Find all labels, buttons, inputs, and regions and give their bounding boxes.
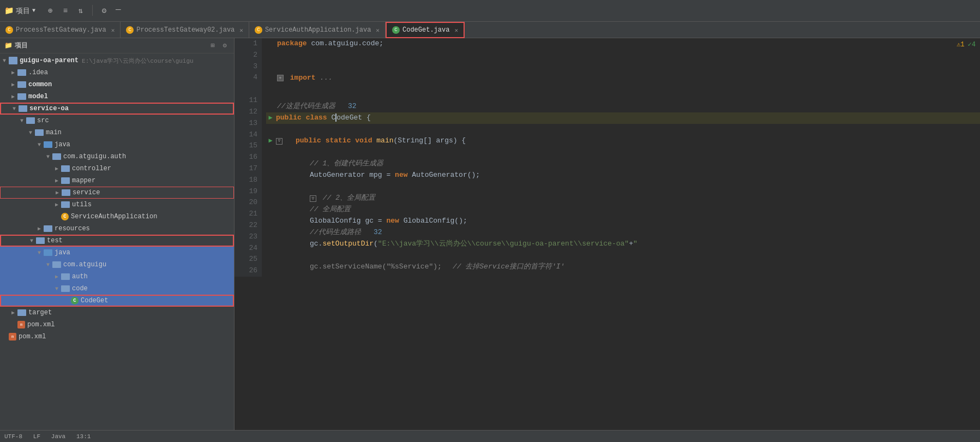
- folder-icon-service: [62, 189, 70, 196]
- tab-code-get[interactable]: C CodeGet.java ✕: [386, 22, 465, 38]
- arrow-common: ▶: [9, 81, 17, 88]
- tree-item-java-test[interactable]: ▼ java: [0, 247, 234, 259]
- gutter-21: [266, 206, 276, 214]
- folder-icon-service-oa: [19, 105, 27, 112]
- tree-item-com-atguigu[interactable]: ▼ com.atguigu: [0, 259, 234, 271]
- tab-process-test-gateway02[interactable]: C ProcessTestGateway02.java ✕: [121, 22, 249, 38]
- tree-item-model[interactable]: ▶ model: [0, 91, 234, 103]
- label-idea: .idea: [28, 69, 48, 76]
- tree-item-service-auth-app[interactable]: C ServiceAuthApplication: [0, 211, 234, 223]
- tree-item-pom1[interactable]: m pom.xml: [0, 319, 234, 331]
- gutter-18: [266, 171, 276, 180]
- gutter-19: [266, 183, 276, 192]
- line-18-content: AutoGenerator mpg = new AutoGenerator();: [277, 170, 480, 181]
- tree-item-mapper[interactable]: ▶ mapper: [0, 175, 234, 187]
- gutter-20: [266, 194, 276, 203]
- label-java-main: java: [55, 141, 70, 148]
- navigate-icon[interactable]: ⊕: [44, 5, 56, 17]
- path-root: E:\java学习\云尚办公\course\guigu: [82, 57, 194, 65]
- list-icon[interactable]: ≡: [59, 5, 71, 17]
- code-line-12: //这是代码生成器 32: [266, 101, 980, 112]
- arrow-main: ▼: [26, 130, 35, 136]
- label-auth-test: auth: [72, 273, 88, 280]
- gutter-23: [266, 229, 276, 237]
- tree-item-resources[interactable]: ▶ resources: [0, 223, 234, 235]
- folder-icon-controller: [61, 165, 70, 172]
- arrow-com-auth: ▼: [44, 154, 52, 160]
- tree-item-pom2[interactable]: m pom.xml: [0, 331, 234, 343]
- settings-icon-sidebar[interactable]: ⚙: [220, 41, 230, 51]
- code-editor[interactable]: ⚠1 ✓4 1 2 3 4 11 12 13 14 15 16 17 18 19…: [235, 38, 980, 430]
- project-label: 项目: [16, 6, 30, 16]
- folder-icon-auth-test: [61, 273, 70, 280]
- sort-icon[interactable]: ⇅: [75, 5, 87, 17]
- folder-icon-mapper: [61, 177, 70, 184]
- tab-label-1: ProcessTestGateway.java: [16, 26, 106, 34]
- line-4-content: + import ...: [277, 73, 333, 84]
- tree-item-root[interactable]: ▼ guigu-oa-parent E:\java学习\云尚办公\course\…: [0, 55, 234, 67]
- tab-service-auth-application[interactable]: C ServiceAuthApplication.java ✕: [249, 22, 386, 38]
- gutter-24: [266, 240, 276, 249]
- code-content[interactable]: package com.atguigu.code; + import ..: [262, 38, 980, 277]
- tab-close-3[interactable]: ✕: [376, 27, 380, 34]
- tree-item-controller[interactable]: ▶ controller: [0, 163, 234, 175]
- tree-item-auth-test[interactable]: ▶ auth: [0, 271, 234, 283]
- minimize-icon[interactable]: —: [116, 5, 121, 17]
- folder-icon-root: [9, 57, 17, 64]
- settings-icon[interactable]: ⚙: [98, 5, 110, 17]
- code-line-3: [266, 61, 980, 73]
- arrow-root: ▼: [0, 58, 9, 64]
- tree-item-src[interactable]: ▼ src: [0, 115, 234, 127]
- tree-item-com-atguigu-auth[interactable]: ▼ com.atguigu.auth: [0, 151, 234, 163]
- line-17-content: // 1、创建代码生成器: [277, 158, 383, 170]
- label-service-oa: service-oa: [29, 105, 69, 112]
- tab-label-2: ProcessTestGateway02.java: [136, 26, 235, 34]
- tree-item-common[interactable]: ▶ common: [0, 79, 234, 91]
- tree-item-idea[interactable]: ▶ .idea: [0, 67, 234, 79]
- tree-item-code-get[interactable]: C CodeGet: [0, 295, 234, 307]
- gutter-12: [266, 103, 276, 111]
- folder-icon-resources: [44, 225, 52, 232]
- tab-process-test-gateway[interactable]: C ProcessTestGateway.java ✕: [0, 22, 121, 38]
- main-area: 📁 项目 ⊞ ⚙ ▼ guigu-oa-parent E:\java学习\云尚办…: [0, 38, 980, 430]
- label-service: service: [73, 189, 100, 196]
- gutter-14: [266, 126, 276, 134]
- gutter-17: [266, 160, 276, 169]
- code-line-25: [266, 250, 980, 261]
- tab-icon-1: C: [5, 26, 13, 34]
- tab-close-2[interactable]: ✕: [239, 27, 243, 34]
- line-12-content: //这是代码生成器 32: [277, 101, 357, 112]
- tab-close-4[interactable]: ✕: [454, 27, 458, 34]
- label-code-get: CodeGet: [81, 297, 108, 304]
- folder-icon-utils: [61, 201, 70, 208]
- tree-item-target[interactable]: ▶ target: [0, 307, 234, 319]
- label-test: test: [47, 237, 63, 244]
- code-line-23: //代码生成路径 32: [266, 227, 980, 238]
- arrow-controller: ▶: [52, 165, 61, 172]
- label-mapper: mapper: [72, 177, 95, 184]
- sidebar-controls: ⊞ ⚙: [208, 41, 230, 51]
- tab-close-1[interactable]: ✕: [111, 27, 115, 34]
- gutter-3: [266, 63, 276, 71]
- tree-item-main[interactable]: ▼ main: [0, 127, 234, 139]
- folder-icon-com-atguigu: [52, 261, 61, 268]
- sidebar-header: 📁 项目 ⊞ ⚙: [0, 38, 234, 53]
- editor-warnings: ⚠1 ✓4: [957, 40, 976, 49]
- gutter-4: [266, 74, 276, 83]
- tree-item-java-main[interactable]: ▼ java: [0, 139, 234, 151]
- folder-icon-main: [35, 129, 44, 136]
- gutter-13: ▶: [266, 114, 275, 123]
- tree-item-test[interactable]: ▼ test: [0, 235, 234, 247]
- label-model: model: [28, 93, 48, 100]
- collapse-all-icon[interactable]: ⊞: [208, 41, 218, 51]
- arrow-auth-test: ▶: [52, 273, 61, 280]
- collapsed-space: [266, 84, 980, 89]
- tree-item-service[interactable]: ▶ service: [0, 187, 234, 199]
- tree-item-utils[interactable]: ▶ utils: [0, 199, 234, 211]
- gutter-26: [266, 263, 276, 272]
- code-line-20: ▽ // 2、全局配置: [266, 193, 980, 204]
- tree-item-service-oa[interactable]: ▼ service-oa: [0, 103, 234, 115]
- project-selector[interactable]: 📁 项目 ▼: [4, 6, 35, 16]
- tab-label-4: CodeGet.java: [402, 26, 449, 34]
- tree-item-code[interactable]: ▼ code: [0, 283, 234, 295]
